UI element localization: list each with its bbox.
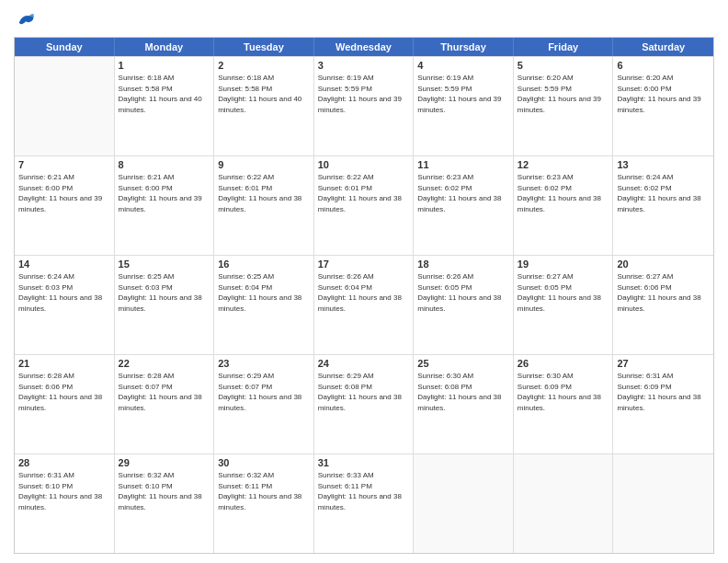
- sun-info: Sunrise: 6:23 AM Sunset: 6:02 PM Dayligh…: [417, 172, 509, 214]
- sun-info: Sunrise: 6:25 AM Sunset: 6:04 PM Dayligh…: [218, 271, 310, 314]
- day-number: 3: [318, 60, 410, 71]
- day-number: 13: [617, 159, 710, 170]
- sun-info: Sunrise: 6:21 AM Sunset: 6:00 PM Dayligh…: [119, 172, 210, 214]
- calendar-cell: 13 Sunrise: 6:24 AM Sunset: 6:02 PM Dayl…: [613, 156, 713, 255]
- day-number: 22: [119, 358, 210, 369]
- calendar-cell: 26 Sunrise: 6:30 AM Sunset: 6:09 PM Dayl…: [514, 355, 614, 454]
- day-number: 25: [417, 358, 509, 369]
- sun-info: Sunrise: 6:19 AM Sunset: 5:59 PM Dayligh…: [417, 73, 509, 115]
- day-number: 23: [218, 358, 310, 369]
- day-number: 15: [119, 259, 210, 270]
- day-number: 27: [617, 358, 710, 369]
- day-number: 30: [218, 457, 310, 468]
- day-number: 20: [617, 259, 710, 270]
- day-number: 9: [218, 159, 310, 170]
- calendar-cell: [514, 454, 614, 553]
- header: [14, 9, 714, 29]
- day-number: 7: [18, 159, 110, 170]
- day-number: 28: [18, 457, 110, 468]
- sun-info: Sunrise: 6:30 AM Sunset: 6:09 PM Dayligh…: [518, 371, 609, 413]
- logo: [14, 9, 36, 29]
- sun-info: Sunrise: 6:22 AM Sunset: 6:01 PM Dayligh…: [218, 172, 310, 214]
- day-number: 18: [417, 259, 509, 270]
- day-number: 5: [518, 60, 609, 71]
- calendar-cell: 17 Sunrise: 6:26 AM Sunset: 6:04 PM Dayl…: [314, 256, 415, 354]
- sun-info: Sunrise: 6:26 AM Sunset: 6:05 PM Dayligh…: [417, 271, 509, 314]
- weekday-header: Sunday: [15, 38, 115, 56]
- day-number: 21: [18, 358, 110, 369]
- calendar-cell: 27 Sunrise: 6:31 AM Sunset: 6:09 PM Dayl…: [613, 355, 713, 454]
- weekday-header: Monday: [115, 38, 215, 56]
- calendar-cell: 21 Sunrise: 6:28 AM Sunset: 6:06 PM Dayl…: [15, 355, 115, 454]
- day-number: 1: [119, 60, 210, 71]
- weekday-header: Saturday: [613, 38, 713, 56]
- sun-info: Sunrise: 6:28 AM Sunset: 6:06 PM Dayligh…: [18, 371, 110, 413]
- page: SundayMondayTuesdayWednesdayThursdayFrid…: [0, 0, 728, 563]
- calendar-cell: [15, 57, 115, 155]
- calendar-cell: 4 Sunrise: 6:19 AM Sunset: 5:59 PM Dayli…: [414, 57, 514, 155]
- sun-info: Sunrise: 6:21 AM Sunset: 6:00 PM Dayligh…: [18, 172, 110, 214]
- weekday-header: Tuesday: [214, 38, 314, 56]
- logo-bird-icon: [16, 9, 36, 29]
- calendar-cell: 14 Sunrise: 6:24 AM Sunset: 6:03 PM Dayl…: [15, 256, 115, 354]
- sun-info: Sunrise: 6:27 AM Sunset: 6:05 PM Dayligh…: [518, 271, 609, 314]
- day-number: 26: [518, 358, 609, 369]
- sun-info: Sunrise: 6:29 AM Sunset: 6:08 PM Dayligh…: [318, 371, 410, 413]
- calendar-cell: 3 Sunrise: 6:19 AM Sunset: 5:59 PM Dayli…: [314, 57, 415, 155]
- sun-info: Sunrise: 6:31 AM Sunset: 6:09 PM Dayligh…: [617, 371, 710, 413]
- day-number: 14: [18, 259, 110, 270]
- sun-info: Sunrise: 6:18 AM Sunset: 5:58 PM Dayligh…: [218, 73, 310, 115]
- sun-info: Sunrise: 6:24 AM Sunset: 6:02 PM Dayligh…: [617, 172, 710, 214]
- weekday-header: Wednesday: [314, 38, 415, 56]
- calendar-row: 1 Sunrise: 6:18 AM Sunset: 5:58 PM Dayli…: [15, 56, 713, 155]
- calendar-row: 21 Sunrise: 6:28 AM Sunset: 6:06 PM Dayl…: [15, 354, 713, 454]
- day-number: 31: [318, 457, 410, 468]
- calendar: SundayMondayTuesdayWednesdayThursdayFrid…: [14, 37, 714, 554]
- day-number: 24: [318, 358, 410, 369]
- day-number: 16: [218, 259, 310, 270]
- sun-info: Sunrise: 6:22 AM Sunset: 6:01 PM Dayligh…: [318, 172, 410, 214]
- calendar-cell: [414, 454, 514, 553]
- calendar-cell: 28 Sunrise: 6:31 AM Sunset: 6:10 PM Dayl…: [15, 454, 115, 553]
- calendar-cell: 22 Sunrise: 6:28 AM Sunset: 6:07 PM Dayl…: [115, 355, 215, 454]
- day-number: 6: [617, 60, 710, 71]
- day-number: 19: [518, 259, 609, 270]
- sun-info: Sunrise: 6:18 AM Sunset: 5:58 PM Dayligh…: [119, 73, 210, 115]
- calendar-cell: 25 Sunrise: 6:30 AM Sunset: 6:08 PM Dayl…: [414, 355, 514, 454]
- day-number: 17: [318, 259, 410, 270]
- calendar-cell: 16 Sunrise: 6:25 AM Sunset: 6:04 PM Dayl…: [214, 256, 314, 354]
- calendar-cell: 20 Sunrise: 6:27 AM Sunset: 6:06 PM Dayl…: [613, 256, 713, 354]
- sun-info: Sunrise: 6:20 AM Sunset: 5:59 PM Dayligh…: [518, 73, 609, 115]
- calendar-row: 14 Sunrise: 6:24 AM Sunset: 6:03 PM Dayl…: [15, 255, 713, 354]
- calendar-row: 28 Sunrise: 6:31 AM Sunset: 6:10 PM Dayl…: [15, 454, 713, 553]
- weekday-header: Thursday: [414, 38, 514, 56]
- calendar-cell: 8 Sunrise: 6:21 AM Sunset: 6:00 PM Dayli…: [115, 156, 215, 255]
- calendar-cell: 9 Sunrise: 6:22 AM Sunset: 6:01 PM Dayli…: [214, 156, 314, 255]
- calendar-cell: 10 Sunrise: 6:22 AM Sunset: 6:01 PM Dayl…: [314, 156, 415, 255]
- weekday-header: Friday: [514, 38, 614, 56]
- day-number: 29: [119, 457, 210, 468]
- day-number: 11: [417, 159, 509, 170]
- calendar-cell: 18 Sunrise: 6:26 AM Sunset: 6:05 PM Dayl…: [414, 256, 514, 354]
- sun-info: Sunrise: 6:30 AM Sunset: 6:08 PM Dayligh…: [417, 371, 509, 413]
- calendar-cell: 11 Sunrise: 6:23 AM Sunset: 6:02 PM Dayl…: [414, 156, 514, 255]
- day-number: 10: [318, 159, 410, 170]
- sun-info: Sunrise: 6:32 AM Sunset: 6:10 PM Dayligh…: [119, 470, 210, 512]
- calendar-cell: 6 Sunrise: 6:20 AM Sunset: 6:00 PM Dayli…: [613, 57, 713, 155]
- sun-info: Sunrise: 6:33 AM Sunset: 6:11 PM Dayligh…: [318, 470, 410, 512]
- day-number: 8: [119, 159, 210, 170]
- day-number: 4: [417, 60, 509, 71]
- calendar-cell: 31 Sunrise: 6:33 AM Sunset: 6:11 PM Dayl…: [314, 454, 415, 553]
- sun-info: Sunrise: 6:27 AM Sunset: 6:06 PM Dayligh…: [617, 271, 710, 314]
- sun-info: Sunrise: 6:23 AM Sunset: 6:02 PM Dayligh…: [518, 172, 609, 214]
- sun-info: Sunrise: 6:24 AM Sunset: 6:03 PM Dayligh…: [18, 271, 110, 314]
- calendar-cell: 19 Sunrise: 6:27 AM Sunset: 6:05 PM Dayl…: [514, 256, 614, 354]
- calendar-header: SundayMondayTuesdayWednesdayThursdayFrid…: [15, 38, 713, 56]
- calendar-cell: 24 Sunrise: 6:29 AM Sunset: 6:08 PM Dayl…: [314, 355, 415, 454]
- calendar-cell: 23 Sunrise: 6:29 AM Sunset: 6:07 PM Dayl…: [214, 355, 314, 454]
- sun-info: Sunrise: 6:19 AM Sunset: 5:59 PM Dayligh…: [318, 73, 410, 115]
- calendar-cell: [613, 454, 713, 553]
- sun-info: Sunrise: 6:31 AM Sunset: 6:10 PM Dayligh…: [18, 470, 110, 512]
- calendar-cell: 30 Sunrise: 6:32 AM Sunset: 6:11 PM Dayl…: [214, 454, 314, 553]
- day-number: 2: [218, 60, 310, 71]
